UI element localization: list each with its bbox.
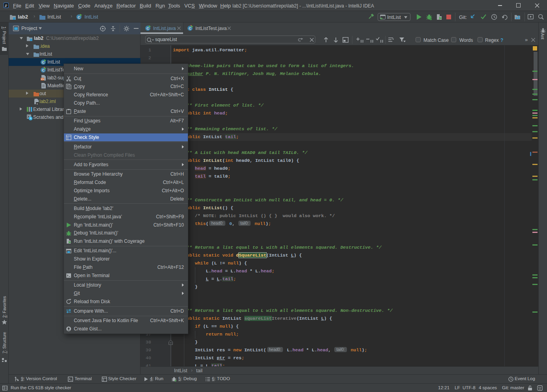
svg-text:<>: <>: [41, 78, 44, 81]
svg-text:IJ: IJ: [5, 4, 7, 7]
